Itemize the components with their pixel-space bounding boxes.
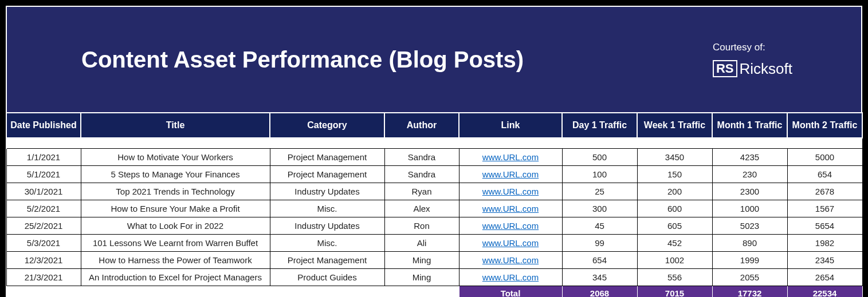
url-link[interactable]: www.URL.com — [482, 187, 539, 196]
cell-category[interactable]: Project Management — [270, 148, 384, 165]
table-row: 21/3/2021An Introduction to Excel for Pr… — [6, 268, 862, 286]
cell-month2[interactable]: 2654 — [787, 268, 862, 286]
cell-category[interactable]: Product Guides — [270, 268, 384, 286]
col-week1: Week 1 Traffic — [637, 113, 712, 138]
cell-link[interactable]: www.URL.com — [459, 217, 562, 234]
cell-month1[interactable]: 2300 — [712, 183, 787, 200]
cell-link[interactable]: www.URL.com — [459, 183, 562, 200]
cell-title[interactable]: Top 2021 Trends in Technology — [81, 183, 270, 200]
col-category: Category — [270, 113, 384, 138]
table-header-row: Date Published Title Category Author Lin… — [6, 113, 862, 138]
url-link[interactable]: www.URL.com — [482, 272, 539, 282]
cell-category[interactable]: Industry Updates — [270, 183, 384, 200]
cell-week1[interactable]: 605 — [637, 217, 712, 234]
cell-day1[interactable]: 654 — [562, 251, 637, 268]
table-row: 25/2/2021What to Look For in 2022Industr… — [6, 217, 862, 234]
cell-date[interactable]: 30/1/2021 — [6, 183, 81, 200]
cell-date[interactable]: 5/1/2021 — [6, 165, 81, 183]
cell-link[interactable]: www.URL.com — [459, 200, 562, 217]
cell-title[interactable]: How to Harness the Power of Teamwork — [81, 251, 270, 268]
url-link[interactable]: www.URL.com — [482, 152, 539, 162]
cell-month1[interactable]: 2055 — [712, 268, 787, 286]
cell-week1[interactable]: 452 — [637, 234, 712, 251]
cell-week1[interactable]: 150 — [637, 165, 712, 183]
col-title: Title — [81, 113, 270, 138]
cell-week1[interactable]: 1002 — [637, 251, 712, 268]
cell-month2[interactable]: 2678 — [787, 183, 862, 200]
total-blank — [81, 286, 270, 297]
cell-category[interactable]: Project Management — [270, 165, 384, 183]
cell-month2[interactable]: 5000 — [787, 148, 862, 165]
table-row: 1/1/2021How to Motivate Your WorkersProj… — [6, 148, 862, 165]
cell-author[interactable]: Ali — [384, 234, 459, 251]
cell-author[interactable]: Ryan — [384, 183, 459, 200]
cell-month2[interactable]: 654 — [787, 165, 862, 183]
cell-title[interactable]: How to Ensure Your Make a Profit — [81, 200, 270, 217]
total-day1: 2068 — [562, 286, 637, 297]
cell-link[interactable]: www.URL.com — [459, 268, 562, 286]
cell-month1[interactable]: 5023 — [712, 217, 787, 234]
cell-week1[interactable]: 200 — [637, 183, 712, 200]
cell-month1[interactable]: 4235 — [712, 148, 787, 165]
cell-month2[interactable]: 1982 — [787, 234, 862, 251]
cell-date[interactable]: 25/2/2021 — [6, 217, 81, 234]
url-link[interactable]: www.URL.com — [482, 255, 539, 265]
col-day1: Day 1 Traffic — [562, 113, 637, 138]
cell-category[interactable]: Misc. — [270, 200, 384, 217]
cell-date[interactable]: 5/2/2021 — [6, 200, 81, 217]
courtesy-label: Courtesy of: — [713, 42, 765, 53]
cell-day1[interactable]: 25 — [562, 183, 637, 200]
cell-author[interactable]: Sandra — [384, 165, 459, 183]
cell-link[interactable]: www.URL.com — [459, 148, 562, 165]
table-row: 30/1/2021Top 2021 Trends in TechnologyIn… — [6, 183, 862, 200]
cell-month1[interactable]: 890 — [712, 234, 787, 251]
cell-title[interactable]: 101 Lessons We Learnt from Warren Buffet — [81, 234, 270, 251]
cell-title[interactable]: What to Look For in 2022 — [81, 217, 270, 234]
cell-month1[interactable]: 230 — [712, 165, 787, 183]
cell-day1[interactable]: 300 — [562, 200, 637, 217]
total-month1: 17732 — [712, 286, 787, 297]
cell-day1[interactable]: 345 — [562, 268, 637, 286]
cell-day1[interactable]: 99 — [562, 234, 637, 251]
cell-month2[interactable]: 5654 — [787, 217, 862, 234]
cell-title[interactable]: 5 Steps to Manage Your Finances — [81, 165, 270, 183]
url-link[interactable]: www.URL.com — [482, 169, 539, 179]
cell-day1[interactable]: 500 — [562, 148, 637, 165]
cell-week1[interactable]: 556 — [637, 268, 712, 286]
cell-link[interactable]: www.URL.com — [459, 165, 562, 183]
cell-date[interactable]: 21/3/2021 — [6, 268, 81, 286]
cell-category[interactable]: Project Management — [270, 251, 384, 268]
cell-week1[interactable]: 600 — [637, 200, 712, 217]
cell-author[interactable]: Ming — [384, 251, 459, 268]
url-link[interactable]: www.URL.com — [482, 221, 539, 231]
cell-month2[interactable]: 1567 — [787, 200, 862, 217]
total-month2: 22534 — [787, 286, 862, 297]
cell-week1[interactable]: 3450 — [637, 148, 712, 165]
cell-month2[interactable]: 2345 — [787, 251, 862, 268]
cell-title[interactable]: How to Motivate Your Workers — [81, 148, 270, 165]
col-month1: Month 1 Traffic — [712, 113, 787, 138]
cell-date[interactable]: 1/1/2021 — [6, 148, 81, 165]
cell-day1[interactable]: 100 — [562, 165, 637, 183]
cell-month1[interactable]: 1000 — [712, 200, 787, 217]
cell-title[interactable]: An Introduction to Excel for Project Man… — [81, 268, 270, 286]
cell-link[interactable]: www.URL.com — [459, 251, 562, 268]
cell-date[interactable]: 5/3/2021 — [6, 234, 81, 251]
cell-category[interactable]: Misc. — [270, 234, 384, 251]
cell-author[interactable]: Sandra — [384, 148, 459, 165]
url-link[interactable]: www.URL.com — [482, 238, 539, 248]
cell-author[interactable]: Ron — [384, 217, 459, 234]
cell-author[interactable]: Ming — [384, 268, 459, 286]
total-blank — [384, 286, 459, 297]
cell-link[interactable]: www.URL.com — [459, 234, 562, 251]
url-link[interactable]: www.URL.com — [482, 204, 539, 213]
logo-rs-icon: RS — [713, 60, 737, 77]
ricksoft-logo: RS Ricksoft — [713, 60, 792, 78]
cell-day1[interactable]: 45 — [562, 217, 637, 234]
table-row: 5/1/20215 Steps to Manage Your FinancesP… — [6, 165, 862, 183]
cell-category[interactable]: Industry Updates — [270, 217, 384, 234]
cell-date[interactable]: 12/3/2021 — [6, 251, 81, 268]
cell-author[interactable]: Alex — [384, 200, 459, 217]
cell-month1[interactable]: 1999 — [712, 251, 787, 268]
total-row: Total206870151773222534 — [6, 286, 862, 297]
